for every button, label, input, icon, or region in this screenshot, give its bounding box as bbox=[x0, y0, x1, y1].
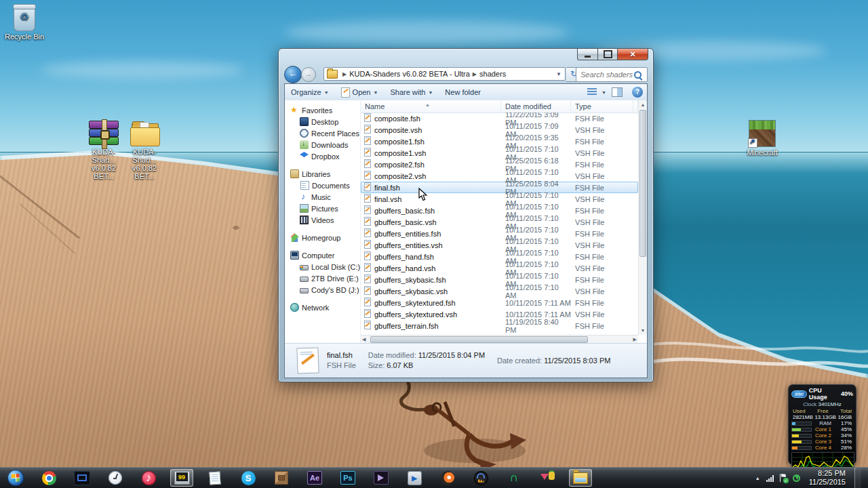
tray-clock[interactable]: 8:25 PM 11/25/2015 bbox=[806, 469, 846, 487]
file-name: gbuffers_skybasic.fsh bbox=[374, 276, 501, 284]
vegas-button[interactable]: ▶ bbox=[403, 469, 426, 487]
file-row[interactable]: gbuffers_skybasic.fsh 10/11/2015 7:10 AM… bbox=[361, 274, 638, 285]
sidebar-item-computer[interactable]: Computer bbox=[285, 249, 360, 261]
file-row[interactable]: gbuffers_basic.vsh 10/11/2015 7:10 AM VS… bbox=[361, 216, 638, 228]
recycle-bin-label: Recycle Bin bbox=[3, 33, 46, 41]
close-button[interactable]: ✕ bbox=[617, 49, 648, 60]
file-row[interactable]: gbuffers_skytextured.fsh 10/11/2015 7:11… bbox=[361, 297, 638, 308]
after-effects-button[interactable]: Ae bbox=[303, 469, 326, 487]
fraps-button[interactable]: 99 bbox=[170, 469, 193, 487]
vertical-scrollbar-thumb[interactable] bbox=[639, 110, 646, 257]
chrome-button[interactable] bbox=[37, 469, 60, 487]
sidebar-item-music[interactable]: Music bbox=[285, 191, 360, 203]
display-app-button[interactable] bbox=[71, 469, 94, 487]
sidebar-item-cody-s-bd-j-[interactable]: Cody's BD (J:) bbox=[285, 284, 360, 296]
sidebar-item-homegroup[interactable]: Homegroup bbox=[285, 232, 360, 243]
action-center-icon[interactable]: ✓ bbox=[780, 474, 787, 482]
mem-total-label: Total bbox=[840, 408, 852, 414]
file-row[interactable]: composite2.vsh 10/11/2015 7:10 AM VSH Fi… bbox=[361, 170, 638, 182]
cocktail-app-button[interactable] bbox=[536, 469, 559, 487]
itunes-button[interactable]: ♪ bbox=[137, 469, 160, 487]
desktop-icon-recycle-bin[interactable]: Recycle Bin bbox=[3, 5, 46, 41]
date-created-label: Date created: bbox=[497, 357, 542, 365]
search-box[interactable]: Search shaders bbox=[576, 67, 648, 82]
cube-app-button[interactable] bbox=[270, 469, 293, 487]
desktop-icon-kuda-rar[interactable]: KUDA-Shad... v6.0.82 BET... bbox=[83, 121, 125, 180]
file-row[interactable]: composite2.fsh 11/25/2015 6:18 PM FSH Fi… bbox=[361, 159, 638, 170]
column-header-name[interactable]: Name ▲ bbox=[361, 100, 501, 113]
file-row[interactable]: gbuffers_skybasic.vsh 10/11/2015 7:10 AM… bbox=[361, 285, 638, 297]
change-view-icon[interactable] bbox=[587, 88, 597, 96]
share-with-button[interactable]: Share with▼ bbox=[384, 84, 439, 100]
itunes-icon: ♪ bbox=[142, 471, 156, 485]
forward-button[interactable]: → bbox=[301, 67, 316, 82]
organize-button[interactable]: Organize▼ bbox=[285, 84, 335, 100]
blender-button[interactable] bbox=[436, 469, 459, 487]
sidebar-item-pictures[interactable]: Pictures bbox=[285, 203, 360, 214]
windows-explorer-button[interactable] bbox=[569, 469, 592, 487]
file-row[interactable]: composite.vsh 10/11/2015 7:09 AM VSH Fil… bbox=[361, 124, 638, 136]
skype-button[interactable]: S bbox=[237, 469, 260, 487]
desktop-icon-minecraft[interactable]: Minecraft bbox=[742, 120, 783, 157]
file-row[interactable]: composite1.vsh 10/11/2015 7:10 AM VSH Fi… bbox=[361, 147, 638, 159]
sidebar-item-libraries[interactable]: Libraries bbox=[285, 168, 360, 180]
breadcrumb-current[interactable]: shaders bbox=[479, 70, 506, 78]
cpu-meter-gadget[interactable]: intel CPU Usage 40% Clock 3401MHz Used F… bbox=[788, 384, 856, 465]
sidebar-item-dropbox[interactable]: Dropbox bbox=[285, 150, 360, 162]
new-folder-button[interactable]: New folder bbox=[439, 84, 487, 100]
desktop-icon-kuda-folder[interactable]: KUDA-Shad... v6.0.82 BET... bbox=[123, 122, 165, 180]
network-icon[interactable] bbox=[766, 474, 774, 482]
scroll-up-arrow[interactable]: ▲ bbox=[639, 100, 647, 109]
notepad-button[interactable] bbox=[203, 469, 226, 487]
horizontal-scrollbar-thumb[interactable] bbox=[370, 336, 588, 343]
address-bar[interactable]: ▶ KUDA-Shaders v6.0.82 BETA - Ultra ▶ sh… bbox=[323, 67, 566, 81]
audacity-button[interactable] bbox=[469, 469, 492, 487]
show-desktop-button[interactable] bbox=[854, 468, 861, 488]
file-row[interactable]: gbuffers_skytextured.vsh 10/11/2015 7:11… bbox=[361, 308, 638, 320]
gadget-bar-row: Core 1 45% bbox=[791, 426, 853, 432]
sidebar-item-network[interactable]: Network bbox=[285, 302, 360, 313]
file-row[interactable]: gbuffers_basic.fsh 10/11/2015 7:10 AM FS… bbox=[361, 205, 638, 216]
file-row[interactable]: composite1.fsh 11/20/2015 9:35 AM FSH Fi… bbox=[361, 136, 638, 147]
back-button[interactable]: ← bbox=[284, 66, 302, 83]
file-row[interactable]: final.fsh 11/25/2015 8:04 PM FSH File bbox=[361, 182, 638, 193]
sidebar-item-documents[interactable]: Documents bbox=[285, 180, 360, 191]
file-row[interactable]: composite.fsh 11/22/2015 3:09 PM FSH Fil… bbox=[361, 113, 638, 124]
file-row[interactable]: gbuffers_hand.fsh 10/11/2015 7:10 AM FSH… bbox=[361, 251, 638, 262]
show-hidden-icons-button[interactable]: ▲ bbox=[755, 476, 760, 481]
sidebar-item-downloads[interactable]: Downloads bbox=[285, 139, 360, 150]
minimize-button[interactable] bbox=[577, 49, 598, 60]
preview-pane-icon[interactable] bbox=[612, 87, 623, 97]
toolbar: Organize▼ Open▼ Share with▼ New folder ▼… bbox=[285, 84, 647, 101]
bar-value: 51% bbox=[841, 439, 853, 445]
sidebar-item-favorites[interactable]: Favorites bbox=[285, 104, 360, 116]
file-row[interactable]: gbuffers_entities.fsh 10/11/2015 7:10 AM… bbox=[361, 228, 638, 239]
video-app-button[interactable] bbox=[370, 469, 393, 487]
file-row[interactable]: gbuffers_entities.vsh 10/11/2015 7:10 AM… bbox=[361, 239, 638, 251]
sidebar-item-desktop[interactable]: Desktop bbox=[285, 116, 360, 127]
chevron-down-icon[interactable]: ▼ bbox=[601, 90, 606, 95]
open-button[interactable]: Open▼ bbox=[335, 84, 384, 100]
vertical-scrollbar[interactable]: ▲ ▼ bbox=[638, 100, 647, 335]
file-row[interactable]: gbuffers_terrain.fsh 11/19/2015 8:40 PM … bbox=[361, 320, 638, 331]
maximize-button[interactable] bbox=[598, 49, 617, 60]
green-app-button[interactable]: ∩ bbox=[502, 469, 526, 487]
photoshop-button[interactable]: Ps bbox=[336, 469, 359, 487]
column-header-type[interactable]: Type bbox=[571, 100, 633, 113]
scroll-down-arrow[interactable]: ▼ bbox=[639, 326, 647, 335]
address-dropdown-icon[interactable]: ▼ bbox=[553, 71, 565, 77]
column-header-size[interactable]: Size bbox=[633, 100, 638, 113]
clock-app-button[interactable] bbox=[104, 469, 127, 487]
sync-icon[interactable] bbox=[793, 474, 800, 482]
column-header-date-modified[interactable]: Date modified bbox=[501, 100, 571, 113]
breadcrumb-root[interactable]: KUDA-Shaders v6.0.82 BETA - Ultra bbox=[349, 70, 470, 78]
sidebar-item-recent-places[interactable]: Recent Places bbox=[285, 127, 360, 139]
vegas-icon: ▶ bbox=[408, 471, 422, 485]
sidebar-item-2tb-drive-e-[interactable]: 2TB Drive (E:) bbox=[285, 272, 360, 284]
file-row[interactable]: gbuffers_hand.vsh 10/11/2015 7:10 AM VSH… bbox=[361, 262, 638, 274]
sidebar-item-videos[interactable]: Videos bbox=[285, 214, 360, 226]
help-icon[interactable]: ? bbox=[632, 87, 643, 98]
sidebar-item-local-disk-c-[interactable]: Local Disk (C:) bbox=[285, 261, 360, 272]
start-button[interactable] bbox=[4, 469, 27, 487]
file-row[interactable]: final.vsh 10/11/2015 7:10 AM VSH File bbox=[361, 193, 638, 205]
